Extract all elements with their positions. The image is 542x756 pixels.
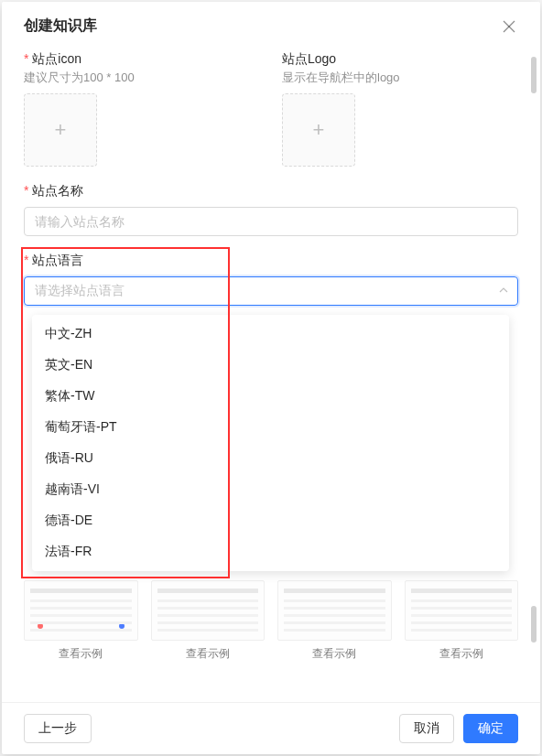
dropdown-item[interactable]: 葡萄牙语-PT [32, 412, 509, 443]
upload-site-icon[interactable]: + [24, 93, 97, 167]
dropdown-item[interactable]: 中文-ZH [32, 319, 509, 350]
plus-icon: + [55, 118, 67, 142]
view-example-link[interactable]: 查看示例 [312, 646, 356, 662]
modal-title: 创建知识库 [24, 16, 97, 36]
template-thumbnails: 查看示例 查看示例 查看示例 查看示例 [24, 580, 518, 662]
dropdown-item[interactable]: 越南语-VI [32, 474, 509, 505]
modal-create-knowledge-base: 创建知识库 站点icon 建议尺寸为100 * 100 + 站点Logo 显示在… [2, 2, 540, 754]
label-site-icon: 站点icon [24, 51, 260, 68]
plus-icon: + [313, 118, 325, 142]
scrollbar-thumb[interactable] [531, 606, 537, 643]
template-thumb[interactable]: 查看示例 [405, 580, 519, 662]
dropdown-item[interactable]: 德语-DE [32, 505, 509, 536]
dropdown-item[interactable]: 繁体-TW [32, 381, 509, 412]
template-thumb[interactable]: 查看示例 [277, 580, 392, 662]
thumb-preview [151, 580, 266, 641]
label-site-language: 站点语言 [24, 253, 518, 269]
view-example-link[interactable]: 查看示例 [439, 646, 483, 662]
scrollbar-thumb[interactable] [531, 57, 537, 93]
upload-site-logo[interactable]: + [282, 93, 355, 167]
prev-button[interactable]: 上一步 [24, 714, 92, 743]
view-example-link[interactable]: 查看示例 [59, 646, 103, 662]
select-site-language[interactable]: 请选择站点语言 [24, 276, 518, 306]
close-button[interactable] [500, 17, 518, 36]
dropdown-item[interactable]: 俄语-RU [32, 443, 509, 474]
label-site-name: 站点名称 [24, 183, 518, 200]
label-site-logo: 站点Logo [282, 51, 518, 68]
thumb-preview [24, 580, 138, 641]
field-site-language: 站点语言 请选择站点语言 [24, 253, 518, 306]
hint-site-logo: 显示在导航栏中的logo [282, 70, 518, 86]
chevron-down-icon [499, 286, 508, 296]
hint-site-icon: 建议尺寸为100 * 100 [24, 70, 260, 86]
field-site-logo: 站点Logo 显示在导航栏中的logo + [282, 51, 518, 167]
dropdown-item[interactable]: 英文-EN [32, 350, 509, 381]
template-thumb[interactable]: 查看示例 [24, 580, 138, 662]
thumb-preview [405, 580, 519, 641]
template-thumb[interactable]: 查看示例 [151, 580, 266, 662]
input-site-name[interactable] [24, 207, 518, 236]
modal-footer: 上一步 取消 确定 [2, 702, 540, 754]
view-example-link[interactable]: 查看示例 [186, 646, 230, 662]
cancel-button[interactable]: 取消 [399, 714, 454, 743]
thumb-preview [277, 580, 392, 641]
ok-button[interactable]: 确定 [463, 714, 518, 743]
close-icon [503, 20, 515, 33]
modal-header: 创建知识库 [2, 2, 540, 51]
dropdown-site-language[interactable]: 中文-ZH英文-EN繁体-TW葡萄牙语-PT俄语-RU越南语-VI德语-DE法语… [32, 315, 509, 571]
scrollbar[interactable] [531, 57, 537, 643]
select-placeholder: 请选择站点语言 [35, 283, 125, 299]
field-site-icon: 站点icon 建议尺寸为100 * 100 + [24, 51, 260, 167]
dropdown-item[interactable]: 法语-FR [32, 536, 509, 567]
field-site-name: 站点名称 [24, 183, 518, 236]
